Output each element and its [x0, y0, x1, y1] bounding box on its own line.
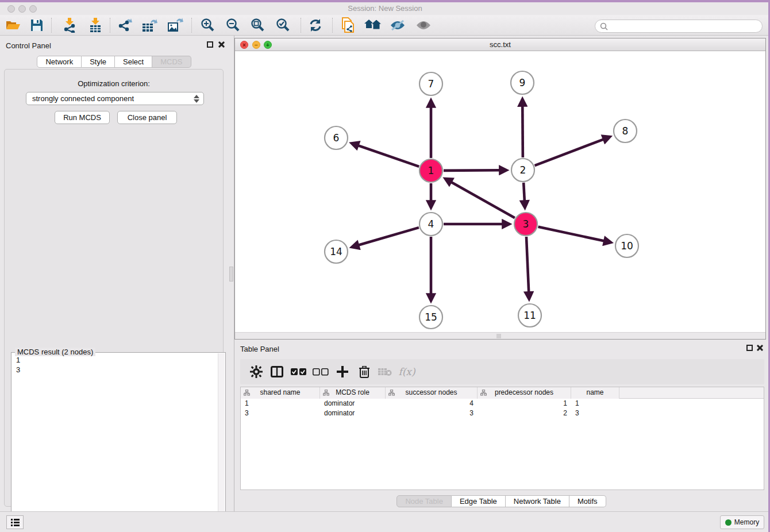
column-header-successor-nodes[interactable]: successor nodes: [386, 387, 478, 399]
tab-style[interactable]: Style: [82, 56, 115, 68]
column-label: predecessor nodes: [495, 388, 553, 396]
close-panel-button[interactable]: Close panel: [117, 111, 177, 124]
clone-network-icon[interactable]: [337, 17, 359, 34]
tab-edge-table[interactable]: Edge Table: [452, 495, 506, 507]
tab-select[interactable]: Select: [115, 56, 152, 68]
network-resize-handle[interactable]: [496, 334, 501, 338]
settings-gear-icon[interactable]: [246, 359, 267, 384]
zoom-out-icon[interactable]: [222, 17, 244, 34]
node-table-body: 1dominator4113dominator323: [241, 399, 764, 418]
mcds-result-text[interactable]: 1 3: [13, 355, 217, 532]
graph-node-label-8: 8: [622, 125, 629, 137]
open-session-icon[interactable]: [2, 17, 24, 34]
graph-node-label-11: 11: [523, 310, 536, 321]
mcds-vertical-scrollbar[interactable]: [218, 353, 225, 532]
cell[interactable]: 1: [478, 399, 571, 408]
home-view-icon[interactable]: [362, 17, 384, 34]
cell[interactable]: 4: [386, 399, 478, 408]
cell[interactable]: 2: [478, 408, 571, 418]
network-window-bottom-strip: [235, 332, 765, 339]
cell[interactable]: 1: [571, 399, 619, 408]
select-all-checks-icon[interactable]: [288, 359, 309, 384]
node-table[interactable]: shared nameMCDS rolesuccessor nodesprede…: [240, 387, 764, 490]
search-icon: [600, 22, 608, 30]
import-table-icon[interactable]: [84, 17, 106, 34]
column-label: shared name: [260, 388, 300, 396]
control-panel-close-icon[interactable]: [217, 41, 225, 48]
network-graph-canvas[interactable]: 7968124314101511: [235, 51, 765, 333]
tab-network-table[interactable]: Network Table: [506, 495, 569, 507]
column-tree-icon: [480, 390, 487, 396]
edge-3-1[interactable]: [451, 182, 515, 218]
edge-4-14[interactable]: [358, 228, 418, 245]
edge-3-10[interactable]: [538, 227, 605, 241]
export-image-icon[interactable]: [164, 17, 186, 34]
cell[interactable]: 1: [241, 399, 320, 408]
network-window-titlebar[interactable]: × − + scc.txt: [235, 38, 765, 51]
edge-2-3[interactable]: [523, 183, 525, 201]
column-label: successor nodes: [405, 388, 457, 396]
column-header-predecessor-nodes[interactable]: predecessor nodes: [478, 387, 571, 399]
app-title: Session: New Session: [0, 4, 770, 13]
graph-node-label-4: 4: [428, 218, 434, 230]
cell[interactable]: dominator: [320, 408, 386, 418]
table-panel-title: Table Panel: [240, 345, 279, 353]
memory-button[interactable]: Memory: [720, 515, 764, 529]
deselect-all-checks-icon[interactable]: [310, 359, 331, 384]
delete-table-icon[interactable]: [375, 359, 395, 384]
edge-3-11[interactable]: [526, 237, 529, 292]
cell[interactable]: dominator: [320, 399, 386, 408]
zoom-in-icon[interactable]: [197, 17, 219, 34]
table-row-2[interactable]: 3dominator323: [241, 408, 764, 418]
edge-2-9[interactable]: [522, 106, 523, 157]
table-panel: Table Panel f(x) shared nameMCDS rolesuc…: [234, 342, 768, 511]
tab-mcds[interactable]: MCDS: [152, 56, 191, 68]
column-header-shared-name[interactable]: shared name: [241, 387, 320, 399]
export-table-icon[interactable]: [139, 17, 161, 34]
refresh-view-icon[interactable]: [305, 17, 326, 34]
optimization-criterion-select[interactable]: strongly connected component: [26, 92, 204, 105]
control-panel-tabs: NetworkStyleSelectMCDS: [0, 56, 228, 68]
table-panel-float-icon[interactable]: [746, 345, 753, 351]
cell[interactable]: 3: [241, 408, 320, 418]
run-mcds-button[interactable]: Run MCDS: [55, 111, 110, 124]
toolbar-separator: [110, 18, 110, 33]
cell[interactable]: 3: [571, 408, 619, 418]
toolbar-separator: [191, 18, 192, 33]
tab-network[interactable]: Network: [37, 56, 82, 68]
edge-1-2[interactable]: [444, 170, 500, 171]
import-network-icon[interactable]: [59, 17, 81, 34]
table-row-1[interactable]: 1dominator411: [241, 399, 764, 408]
add-column-icon[interactable]: [332, 359, 353, 384]
column-label: name: [586, 388, 603, 396]
delete-column-icon[interactable]: [354, 359, 375, 384]
panel-splitter[interactable]: [228, 36, 234, 511]
show-column-icon[interactable]: [267, 359, 287, 384]
search-box[interactable]: [595, 20, 763, 33]
show-graphics-details-icon[interactable]: [413, 17, 434, 34]
save-session-icon[interactable]: [26, 17, 48, 34]
function-builder-icon[interactable]: f(x): [396, 359, 417, 384]
search-input[interactable]: [611, 22, 762, 30]
column-header-name[interactable]: name: [571, 387, 619, 399]
tab-motifs[interactable]: Motifs: [569, 495, 606, 507]
network-window-title: scc.txt: [235, 40, 765, 49]
cell[interactable]: 3: [386, 408, 478, 418]
zoom-selected-icon[interactable]: [272, 17, 294, 34]
graph-node-label-10: 10: [621, 240, 633, 252]
toolbar-separator: [332, 18, 333, 33]
export-network-icon[interactable]: [114, 17, 136, 34]
column-header-MCDS-role[interactable]: MCDS role: [320, 387, 386, 399]
window-top-border: [0, 0, 770, 2]
graph-node-label-15: 15: [425, 311, 437, 323]
memory-status-icon: [725, 519, 732, 526]
control-panel-float-icon[interactable]: [207, 41, 213, 48]
edge-1-6[interactable]: [358, 145, 419, 167]
splitter-handle[interactable]: [229, 267, 233, 282]
table-panel-close-icon[interactable]: [756, 344, 763, 352]
zoom-fit-icon[interactable]: [247, 17, 269, 34]
edge-2-8[interactable]: [535, 139, 604, 165]
hide-graphics-details-icon[interactable]: [387, 17, 409, 34]
status-menu-button[interactable]: [6, 515, 24, 529]
tab-node-table[interactable]: Node Table: [396, 495, 452, 507]
